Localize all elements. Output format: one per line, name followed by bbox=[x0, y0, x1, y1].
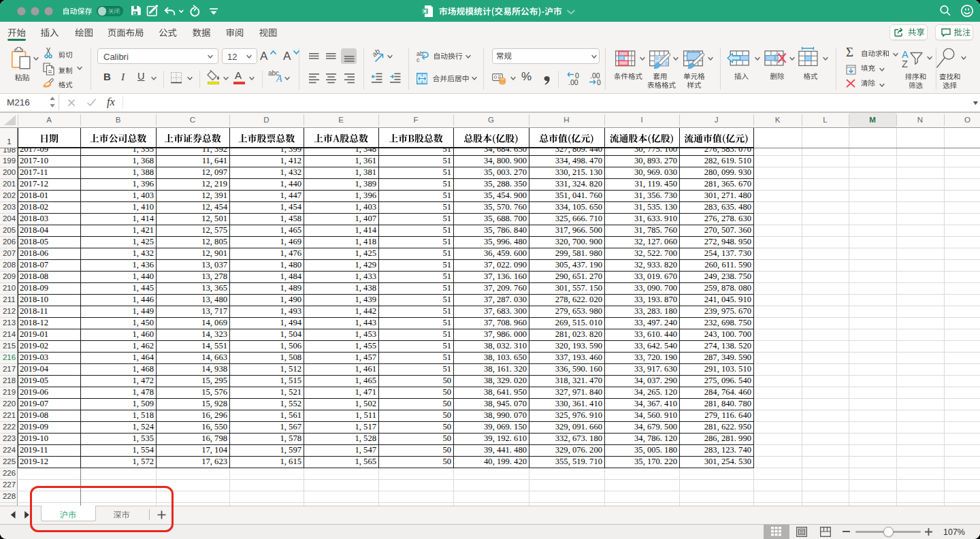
svg-text:0: 0 bbox=[597, 78, 601, 86]
svg-text:Z: Z bbox=[902, 59, 908, 69]
svg-text:c: c bbox=[416, 56, 420, 63]
svg-text:.00: .00 bbox=[568, 78, 578, 86]
